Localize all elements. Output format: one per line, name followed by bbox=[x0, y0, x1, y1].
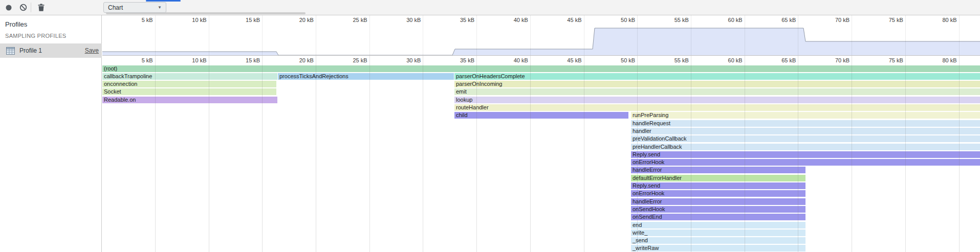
trash-icon bbox=[38, 4, 45, 11]
flame-bar-child[interactable]: child bbox=[454, 112, 628, 119]
overview-tick-label: 80 kB bbox=[942, 17, 956, 23]
overview-tick-label: 20 kB bbox=[299, 17, 314, 23]
flame-row: handleRequest bbox=[102, 120, 980, 127]
flame-bar-emit[interactable]: emit bbox=[454, 88, 980, 95]
flame-bar-handler[interactable]: handler bbox=[631, 128, 980, 134]
flame-bar-processTicksAndRejections[interactable]: processTicksAndRejections bbox=[278, 73, 454, 80]
view-mode-value: Chart bbox=[108, 4, 123, 11]
flame-ruler-label: 75 kB bbox=[889, 57, 903, 63]
flame-bar-onSendHook[interactable]: onSendHook bbox=[631, 206, 805, 213]
flame-chart-ruler: 5 kB10 kB15 kB20 kB25 kB30 kB35 kB40 kB4… bbox=[102, 56, 980, 65]
flame-row: end bbox=[102, 222, 980, 228]
flame-row: _send bbox=[102, 237, 980, 244]
flame-bar-write_[interactable]: write_ bbox=[631, 230, 805, 236]
profiler-panel: Chart ▼ Profiles SAMPLING PROFILES Profi… bbox=[0, 0, 980, 252]
flame-bar-_send[interactable]: _send bbox=[631, 237, 805, 244]
flame-row: childrunPreParsing bbox=[102, 112, 980, 119]
flame-row: defaultErrorHandler bbox=[102, 175, 980, 181]
flame-bar-Reply.send[interactable]: Reply.send bbox=[631, 151, 980, 158]
view-mode-select[interactable]: Chart ▼ bbox=[103, 2, 166, 13]
flame-row: _writeRaw bbox=[102, 245, 980, 251]
overview-tick-label: 70 kB bbox=[835, 17, 850, 23]
flame-ruler-label: 35 kB bbox=[460, 57, 474, 63]
chevron-down-icon: ▼ bbox=[158, 5, 162, 10]
overview-tick bbox=[852, 15, 852, 55]
flame-bar-defaultErrorHandler[interactable]: defaultErrorHandler bbox=[631, 175, 805, 181]
flame-row: onSendHook bbox=[102, 206, 980, 213]
flame-bar-_writeRaw[interactable]: _writeRaw bbox=[631, 245, 805, 251]
flame-bar-parserOnHeadersComplete[interactable]: parserOnHeadersComplete bbox=[454, 73, 980, 80]
overview-tick bbox=[745, 15, 745, 55]
overview-tick-label: 65 kB bbox=[781, 17, 796, 23]
flame-bar-Reply.send[interactable]: Reply.send bbox=[631, 182, 805, 189]
overview-tick-label: 50 kB bbox=[621, 17, 635, 23]
overview-tick bbox=[637, 15, 638, 55]
flame-bar-parserOnIncoming[interactable]: parserOnIncoming bbox=[454, 81, 980, 87]
sidebar-item-profile-1[interactable]: Profile 1 Save bbox=[0, 43, 102, 58]
flame-bar-runPreParsing[interactable]: runPreParsing bbox=[631, 112, 980, 119]
flame-ruler-label: 40 kB bbox=[514, 57, 528, 63]
flame-chart: (root)callbackTrampolineprocessTicksAndR… bbox=[102, 65, 980, 252]
memory-overview[interactable]: 5 kB10 kB15 kB20 kB25 kB30 kB35 kB40 kB4… bbox=[102, 15, 980, 56]
flame-ruler-label: 70 kB bbox=[835, 57, 850, 63]
overview-tick bbox=[959, 15, 960, 55]
flame-bar-routeHandler[interactable]: routeHandler bbox=[454, 104, 980, 111]
flame-bar-callbackTrampoline[interactable]: callbackTrampoline bbox=[102, 73, 277, 80]
overview-tick-label: 55 kB bbox=[674, 17, 689, 23]
flame-bar-onErrorHook[interactable]: onErrorHook bbox=[631, 190, 805, 197]
flame-bar-onErrorHook[interactable]: onErrorHook bbox=[631, 159, 980, 166]
flame-row: write_ bbox=[102, 230, 980, 236]
toolbar-divider bbox=[31, 3, 31, 12]
clear-button[interactable] bbox=[17, 0, 29, 15]
flame-bar-handleError[interactable]: handleError bbox=[631, 167, 805, 173]
flame-row: onSendEnd bbox=[102, 214, 980, 220]
flame-bar-end[interactable]: end bbox=[631, 222, 805, 228]
overview-tick-label: 10 kB bbox=[192, 17, 206, 23]
record-icon bbox=[5, 4, 12, 11]
overview-tick-label: 35 kB bbox=[460, 17, 474, 23]
flame-row: Socketemit bbox=[102, 88, 980, 95]
overview-tick bbox=[209, 15, 209, 55]
flame-row: handler bbox=[102, 128, 980, 134]
flame-ruler-label: 50 kB bbox=[621, 57, 635, 63]
overview-tick bbox=[584, 15, 584, 55]
overview-tick-label: 5 kB bbox=[142, 17, 153, 23]
flame-ruler-label: 45 kB bbox=[567, 57, 581, 63]
flame-bar-root[interactable]: (root) bbox=[102, 65, 980, 72]
flame-bar-handleRequest[interactable]: handleRequest bbox=[631, 120, 980, 127]
flame-ruler-label: 65 kB bbox=[781, 57, 796, 63]
overview-tick bbox=[262, 15, 263, 55]
flame-ruler-label: 30 kB bbox=[406, 57, 421, 63]
flame-bar-lookup[interactable]: lookup bbox=[454, 97, 980, 103]
overview-tick-label: 75 kB bbox=[889, 17, 903, 23]
accent-bar bbox=[146, 0, 181, 2]
flame-ruler-label: 60 kB bbox=[728, 57, 743, 63]
sidebar-title: Profiles bbox=[5, 20, 27, 28]
save-profile-link[interactable]: Save bbox=[85, 47, 99, 54]
flame-bar-handleError[interactable]: handleError bbox=[631, 198, 805, 205]
overview-tick bbox=[316, 15, 316, 55]
flame-bar-Socket[interactable]: Socket bbox=[102, 88, 276, 95]
record-button[interactable] bbox=[3, 0, 14, 15]
flame-ruler-label: 15 kB bbox=[246, 57, 260, 63]
overview-tick-label: 25 kB bbox=[353, 17, 367, 23]
sampling-profiles-heading: SAMPLING PROFILES bbox=[5, 33, 66, 39]
flame-bar-Readable.on[interactable]: Readable.on bbox=[102, 97, 277, 103]
flame-bar-preHandlerCallback[interactable]: preHandlerCallback bbox=[631, 144, 980, 150]
overview-tick-label: 15 kB bbox=[246, 17, 260, 23]
overview-tick bbox=[155, 15, 156, 55]
flame-ruler-label: 80 kB bbox=[942, 57, 956, 63]
overview-tick bbox=[530, 15, 531, 55]
overview-tick bbox=[798, 15, 798, 55]
flame-row: preValidationCallback bbox=[102, 135, 980, 142]
delete-profile-button[interactable] bbox=[35, 0, 47, 15]
flame-ruler-label: 20 kB bbox=[299, 57, 314, 63]
flame-bar-onconnection[interactable]: onconnection bbox=[102, 81, 276, 87]
profile-name: Profile 1 bbox=[19, 47, 42, 54]
overview-tick-label: 45 kB bbox=[567, 17, 581, 23]
flame-bar-preValidationCallback[interactable]: preValidationCallback bbox=[631, 135, 980, 142]
flame-ruler-label: 5 kB bbox=[142, 57, 153, 63]
flame-bar-onSendEnd[interactable]: onSendEnd bbox=[631, 214, 805, 220]
overview-tick-label: 30 kB bbox=[406, 17, 421, 23]
overview-tick bbox=[423, 15, 423, 55]
